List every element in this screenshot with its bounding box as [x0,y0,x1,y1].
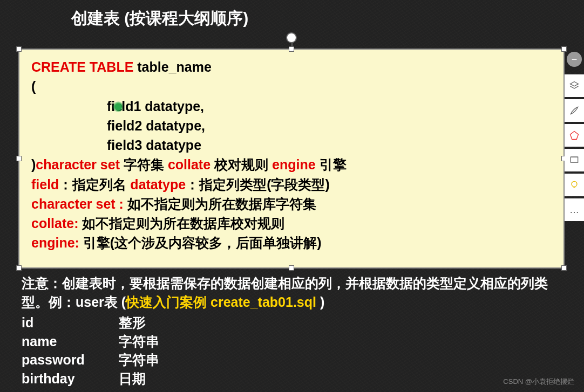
kw-engine2: engine: [31,235,79,250]
kw-engine: engine [272,157,316,172]
col-type: 整形 [119,313,146,332]
list-item: birthday日期 [22,369,561,388]
list-item: id整形 [22,313,561,332]
list-item: name字符串 [22,332,561,351]
shape-button[interactable] [565,124,584,147]
right-toolbar: − … [565,52,584,221]
note-text-c: ) [320,294,324,310]
minus-icon: − [572,54,578,65]
paren-open: ( [31,77,552,96]
layers-icon [569,80,580,91]
svg-rect-2 [571,157,578,162]
col-type: 字符串 [119,332,159,351]
txt-collate: 校对规则 [210,157,272,172]
slide-title: 创建表 (按课程大纲顺序) [71,8,248,30]
txt-charset: 字符集 [120,157,168,172]
pentagon-icon [569,130,580,141]
tbl-name: table_name [133,59,212,74]
bulb-icon [569,180,580,190]
brush-icon [569,105,580,116]
svg-marker-1 [571,132,579,140]
kw-charset: character set [36,157,120,172]
rotate-handle-icon[interactable] [286,32,297,43]
more-button[interactable]: … [565,198,584,221]
resize-handle[interactable] [16,265,22,271]
kw-collate2: collate: [31,216,79,231]
kw-collate: collate [168,157,210,172]
col-name: birthday [22,369,119,388]
desc-engine: 引擎(这个涉及内容较多，后面单独讲解) [79,235,322,250]
collapse-button[interactable]: − [567,52,582,67]
code-content: CREATE TABLE table_name ( field1 datatyp… [19,50,563,258]
field3: field3 datatype [31,135,552,155]
field1b: ld1 [121,99,141,114]
idea-button[interactable] [565,174,584,196]
resize-handle[interactable] [561,265,567,271]
field1c: datatype, [141,99,204,114]
field2: field2 datatype, [31,116,552,135]
txt-engine: 引擎 [316,157,347,172]
resize-handle[interactable] [16,156,22,161]
desc-field: ：指定列名 [59,177,130,192]
desc-datatype: ：指定列类型(字段类型) [186,177,330,192]
col-type: 日期 [119,369,146,388]
col-name: name [22,332,119,351]
present-button[interactable] [565,149,584,171]
notes-block: 注意：创建表时，要根据需保存的数据创建相应的列，并根据数据的类型定义相应的列类型… [22,274,561,388]
kw-datatype: datatype [130,177,186,192]
resize-handle[interactable] [289,46,294,52]
more-icon: … [569,204,579,216]
resize-handle[interactable] [289,265,294,271]
note-highlight: 快速入门案例 create_tab01.sql [126,294,320,310]
col-type: 字符串 [119,350,159,369]
watermark: CSDN @小袁拒绝摆烂 [503,377,574,387]
col-name: password [22,350,119,369]
code-textbox[interactable]: CREATE TABLE table_name ( field1 datatyp… [18,49,565,269]
kw-field: field [31,177,59,192]
brush-button[interactable] [565,99,584,122]
desc-charset: 如不指定则为所在数据库字符集 [124,196,316,211]
present-icon [569,155,580,166]
layers-button[interactable] [565,74,584,97]
resize-handle[interactable] [561,46,567,52]
columns-list: id整形 name字符串 password字符串 birthday日期 [22,313,561,388]
desc-collate: 如不指定则为所在数据库校对规则 [79,216,285,231]
resize-handle[interactable] [16,46,22,52]
kw-create-table: CREATE TABLE [31,59,133,74]
svg-marker-0 [571,82,579,86]
svg-point-4 [572,181,577,187]
col-name: id [22,313,119,332]
kw-charset2: character set : [31,196,124,211]
list-item: password字符串 [22,350,561,369]
